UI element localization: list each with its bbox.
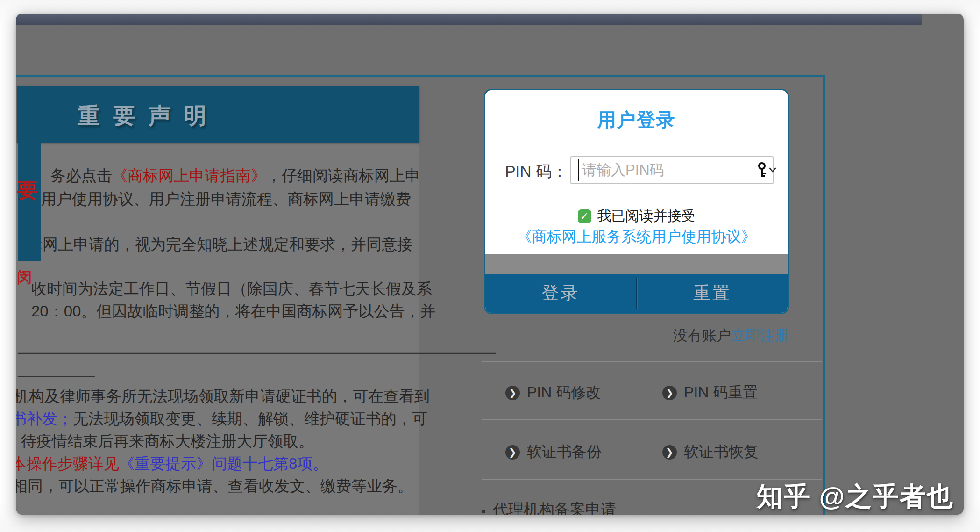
notice-line-10: 相同，可以正常操作商标申请、查看收发文、缴费等业务。	[16, 477, 413, 496]
register-row: 没有账户立即注册	[484, 326, 789, 345]
no-account-text: 没有账户	[673, 327, 731, 344]
notice-line-7: 书补发；无法现场领取变更、续期、解锁、维护硬证书的，可	[16, 410, 427, 428]
page-border-right	[823, 75, 825, 515]
login-form-area: 用户登录 PIN 码： ✓	[485, 90, 788, 254]
notice-divider-dashes: ———————————————————————————————	[18, 343, 496, 361]
agreement-link[interactable]: 《商标网上服务系统用户使用协议》	[485, 227, 788, 247]
cert-reissue-link[interactable]: 书补发；	[16, 410, 73, 427]
screenshot-canvas: 重要声明 要 闵 务必点击《商标网上申请指南》，仔细阅读商标网上申 统用户使用协…	[0, 0, 980, 532]
key-icon[interactable]	[758, 162, 766, 178]
reset-button[interactable]: 重置	[637, 274, 788, 313]
login-panel: 用户登录 PIN 码： ✓	[484, 89, 789, 314]
notice-side-char-2: 闵	[17, 267, 32, 288]
bullet-icon	[482, 510, 485, 513]
agency-filing-item[interactable]: 代理机构备案申请	[482, 499, 616, 515]
login-panel-gap	[485, 254, 788, 274]
pin-row: PIN 码：	[485, 156, 788, 184]
arrow-circle-icon: ❯	[662, 445, 677, 460]
quick-link-cert-backup[interactable]: ❯ 软证书备份	[505, 442, 602, 462]
notice-header: 重要声明	[17, 86, 419, 143]
quick-link-label: 软证书备份	[527, 442, 602, 462]
notice-line-1-post: ，仔细阅读商标网上申	[266, 167, 420, 184]
quick-link-label: 软证书恢复	[684, 442, 759, 462]
notice-line-1-pre: 务必点击	[50, 167, 112, 184]
important-tips-link[interactable]: 《重要提示》问题十七第8项。	[119, 455, 328, 472]
notice-line-8: 待疫情结束后再来商标大楼注册大厅领取。	[21, 432, 314, 451]
notice-side-char: 要	[17, 177, 38, 204]
quick-link-pin-reset[interactable]: ❯ PIN 码重置	[662, 382, 758, 403]
app-window: 重要声明 要 闵 务必点击《商标网上申请指南》，仔细阅读商标网上申 统用户使用协…	[16, 14, 964, 515]
page-border-top	[16, 75, 825, 77]
agree-row: ✓ 我已阅读并接受	[485, 207, 788, 226]
notice-title: 重要声明	[78, 101, 220, 131]
chevron-down-icon[interactable]	[768, 165, 777, 174]
agree-text: 我已阅读并接受	[597, 207, 696, 226]
zhihu-watermark: 知乎 @之乎者也	[757, 479, 954, 515]
register-link[interactable]: 立即注册	[731, 327, 789, 344]
notice-line-2: 统用户使用协议、用户注册申请流程、商标网上申请缴费	[26, 190, 411, 208]
arrow-circle-icon: ❯	[505, 386, 520, 400]
notice-line-7-rest: 无法现场领取变更、续期、解锁、维护硬证书的，可	[73, 410, 427, 427]
guide-link[interactable]: 《商标网上申请指南》	[112, 167, 266, 184]
notice-line-3: 标网上申请的，视为完全知晓上述规定和要求，并同意接	[27, 235, 412, 254]
notice-divider-dashes-short: —————	[18, 366, 95, 385]
agree-checkbox[interactable]: ✓	[578, 209, 591, 223]
quick-link-cert-restore[interactable]: ❯ 软证书恢复	[662, 442, 759, 462]
notice-line-9-red: 本操作步骤详见	[16, 455, 119, 472]
quick-link-label: PIN 码重置	[684, 382, 758, 403]
pin-input[interactable]	[570, 156, 774, 184]
agency-filing-label: 代理机构备案申请	[493, 499, 616, 515]
notice-line-1: 务必点击《商标网上申请指南》，仔细阅读商标网上申	[50, 166, 420, 185]
login-button[interactable]: 登录	[485, 274, 636, 313]
pin-label: PIN 码：	[505, 161, 568, 182]
arrow-circle-icon: ❯	[662, 386, 677, 400]
notice-line-9: 本操作步骤详见《重要提示》问题十七第8项。	[16, 454, 328, 473]
notice-line-5: 20：00。但因故临时调整的，将在中国商标网予以公告，并	[31, 302, 435, 321]
text-caret	[578, 159, 579, 181]
separator-2	[482, 419, 822, 420]
quick-link-label: PIN 码修改	[527, 382, 601, 403]
notice-line-6: 机构及律师事务所无法现场领取新申请硬证书的，可在查看到	[16, 387, 430, 406]
notice-line-4: 收时间为法定工作日、节假日（除国庆、春节七天长假及系	[31, 280, 432, 298]
arrow-circle-icon: ❯	[505, 445, 520, 460]
window-titlebar	[16, 14, 922, 25]
login-title: 用户登录	[485, 107, 788, 133]
separator-1	[482, 361, 822, 362]
login-button-bar: 登录 重置	[485, 274, 788, 313]
quick-link-pin-modify[interactable]: ❯ PIN 码修改	[505, 382, 601, 403]
column-divider	[447, 86, 447, 515]
